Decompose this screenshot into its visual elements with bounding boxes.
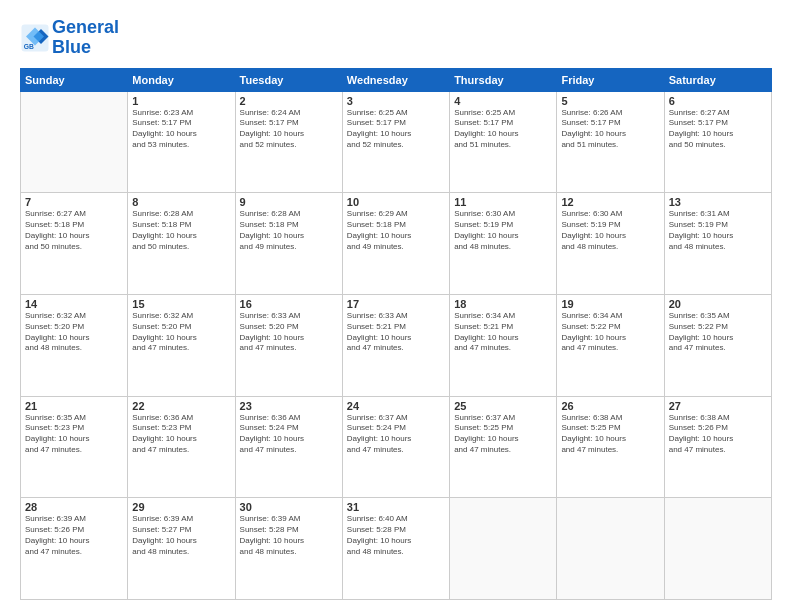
- calendar-cell: 24Sunrise: 6:37 AM Sunset: 5:24 PM Dayli…: [342, 396, 449, 498]
- day-info: Sunrise: 6:40 AM Sunset: 5:28 PM Dayligh…: [347, 514, 445, 557]
- day-number: 15: [132, 298, 230, 310]
- day-info: Sunrise: 6:34 AM Sunset: 5:22 PM Dayligh…: [561, 311, 659, 354]
- day-info: Sunrise: 6:28 AM Sunset: 5:18 PM Dayligh…: [132, 209, 230, 252]
- week-row-3: 21Sunrise: 6:35 AM Sunset: 5:23 PM Dayli…: [21, 396, 772, 498]
- day-number: 16: [240, 298, 338, 310]
- day-number: 7: [25, 196, 123, 208]
- day-info: Sunrise: 6:29 AM Sunset: 5:18 PM Dayligh…: [347, 209, 445, 252]
- page: GB General Blue SundayMondayTuesdayWedne…: [0, 0, 792, 612]
- calendar-cell: [21, 91, 128, 193]
- day-info: Sunrise: 6:38 AM Sunset: 5:25 PM Dayligh…: [561, 413, 659, 456]
- calendar-cell: 30Sunrise: 6:39 AM Sunset: 5:28 PM Dayli…: [235, 498, 342, 600]
- day-number: 11: [454, 196, 552, 208]
- calendar-cell: 13Sunrise: 6:31 AM Sunset: 5:19 PM Dayli…: [664, 193, 771, 295]
- week-row-1: 7Sunrise: 6:27 AM Sunset: 5:18 PM Daylig…: [21, 193, 772, 295]
- day-number: 4: [454, 95, 552, 107]
- week-row-2: 14Sunrise: 6:32 AM Sunset: 5:20 PM Dayli…: [21, 294, 772, 396]
- day-number: 17: [347, 298, 445, 310]
- day-info: Sunrise: 6:25 AM Sunset: 5:17 PM Dayligh…: [347, 108, 445, 151]
- calendar-cell: 21Sunrise: 6:35 AM Sunset: 5:23 PM Dayli…: [21, 396, 128, 498]
- day-number: 12: [561, 196, 659, 208]
- day-number: 23: [240, 400, 338, 412]
- day-number: 30: [240, 501, 338, 513]
- day-info: Sunrise: 6:39 AM Sunset: 5:28 PM Dayligh…: [240, 514, 338, 557]
- day-number: 26: [561, 400, 659, 412]
- svg-text:GB: GB: [24, 43, 34, 50]
- day-info: Sunrise: 6:32 AM Sunset: 5:20 PM Dayligh…: [25, 311, 123, 354]
- day-number: 18: [454, 298, 552, 310]
- calendar-cell: 12Sunrise: 6:30 AM Sunset: 5:19 PM Dayli…: [557, 193, 664, 295]
- day-number: 6: [669, 95, 767, 107]
- calendar-cell: 5Sunrise: 6:26 AM Sunset: 5:17 PM Daylig…: [557, 91, 664, 193]
- week-row-4: 28Sunrise: 6:39 AM Sunset: 5:26 PM Dayli…: [21, 498, 772, 600]
- calendar-table: SundayMondayTuesdayWednesdayThursdayFrid…: [20, 68, 772, 600]
- day-info: Sunrise: 6:38 AM Sunset: 5:26 PM Dayligh…: [669, 413, 767, 456]
- calendar-cell: 14Sunrise: 6:32 AM Sunset: 5:20 PM Dayli…: [21, 294, 128, 396]
- day-info: Sunrise: 6:39 AM Sunset: 5:26 PM Dayligh…: [25, 514, 123, 557]
- calendar-cell: 15Sunrise: 6:32 AM Sunset: 5:20 PM Dayli…: [128, 294, 235, 396]
- day-number: 19: [561, 298, 659, 310]
- weekday-header-monday: Monday: [128, 68, 235, 91]
- week-row-0: 1Sunrise: 6:23 AM Sunset: 5:17 PM Daylig…: [21, 91, 772, 193]
- calendar-cell: 11Sunrise: 6:30 AM Sunset: 5:19 PM Dayli…: [450, 193, 557, 295]
- day-number: 22: [132, 400, 230, 412]
- day-number: 10: [347, 196, 445, 208]
- calendar-cell: 7Sunrise: 6:27 AM Sunset: 5:18 PM Daylig…: [21, 193, 128, 295]
- calendar-cell: 10Sunrise: 6:29 AM Sunset: 5:18 PM Dayli…: [342, 193, 449, 295]
- calendar-cell: 9Sunrise: 6:28 AM Sunset: 5:18 PM Daylig…: [235, 193, 342, 295]
- weekday-header-wednesday: Wednesday: [342, 68, 449, 91]
- day-info: Sunrise: 6:30 AM Sunset: 5:19 PM Dayligh…: [454, 209, 552, 252]
- day-info: Sunrise: 6:36 AM Sunset: 5:23 PM Dayligh…: [132, 413, 230, 456]
- day-info: Sunrise: 6:30 AM Sunset: 5:19 PM Dayligh…: [561, 209, 659, 252]
- calendar-cell: [664, 498, 771, 600]
- day-info: Sunrise: 6:31 AM Sunset: 5:19 PM Dayligh…: [669, 209, 767, 252]
- day-number: 14: [25, 298, 123, 310]
- calendar-cell: [557, 498, 664, 600]
- day-info: Sunrise: 6:33 AM Sunset: 5:21 PM Dayligh…: [347, 311, 445, 354]
- day-info: Sunrise: 6:32 AM Sunset: 5:20 PM Dayligh…: [132, 311, 230, 354]
- day-info: Sunrise: 6:28 AM Sunset: 5:18 PM Dayligh…: [240, 209, 338, 252]
- day-info: Sunrise: 6:24 AM Sunset: 5:17 PM Dayligh…: [240, 108, 338, 151]
- calendar-cell: 25Sunrise: 6:37 AM Sunset: 5:25 PM Dayli…: [450, 396, 557, 498]
- calendar-cell: 31Sunrise: 6:40 AM Sunset: 5:28 PM Dayli…: [342, 498, 449, 600]
- calendar-cell: 23Sunrise: 6:36 AM Sunset: 5:24 PM Dayli…: [235, 396, 342, 498]
- day-number: 25: [454, 400, 552, 412]
- calendar-cell: 8Sunrise: 6:28 AM Sunset: 5:18 PM Daylig…: [128, 193, 235, 295]
- day-number: 8: [132, 196, 230, 208]
- day-info: Sunrise: 6:27 AM Sunset: 5:17 PM Dayligh…: [669, 108, 767, 151]
- day-info: Sunrise: 6:36 AM Sunset: 5:24 PM Dayligh…: [240, 413, 338, 456]
- day-info: Sunrise: 6:35 AM Sunset: 5:23 PM Dayligh…: [25, 413, 123, 456]
- weekday-header-saturday: Saturday: [664, 68, 771, 91]
- calendar-cell: 16Sunrise: 6:33 AM Sunset: 5:20 PM Dayli…: [235, 294, 342, 396]
- calendar-cell: 19Sunrise: 6:34 AM Sunset: 5:22 PM Dayli…: [557, 294, 664, 396]
- weekday-header-tuesday: Tuesday: [235, 68, 342, 91]
- day-number: 31: [347, 501, 445, 513]
- calendar-cell: 27Sunrise: 6:38 AM Sunset: 5:26 PM Dayli…: [664, 396, 771, 498]
- day-number: 1: [132, 95, 230, 107]
- day-number: 27: [669, 400, 767, 412]
- day-info: Sunrise: 6:27 AM Sunset: 5:18 PM Dayligh…: [25, 209, 123, 252]
- weekday-header-row: SundayMondayTuesdayWednesdayThursdayFrid…: [21, 68, 772, 91]
- day-info: Sunrise: 6:33 AM Sunset: 5:20 PM Dayligh…: [240, 311, 338, 354]
- day-info: Sunrise: 6:37 AM Sunset: 5:24 PM Dayligh…: [347, 413, 445, 456]
- calendar-cell: 1Sunrise: 6:23 AM Sunset: 5:17 PM Daylig…: [128, 91, 235, 193]
- day-number: 20: [669, 298, 767, 310]
- day-number: 21: [25, 400, 123, 412]
- calendar-cell: [450, 498, 557, 600]
- day-info: Sunrise: 6:26 AM Sunset: 5:17 PM Dayligh…: [561, 108, 659, 151]
- calendar-cell: 2Sunrise: 6:24 AM Sunset: 5:17 PM Daylig…: [235, 91, 342, 193]
- header: GB General Blue: [20, 18, 772, 58]
- day-number: 2: [240, 95, 338, 107]
- calendar-cell: 3Sunrise: 6:25 AM Sunset: 5:17 PM Daylig…: [342, 91, 449, 193]
- calendar-cell: 28Sunrise: 6:39 AM Sunset: 5:26 PM Dayli…: [21, 498, 128, 600]
- logo-text: General Blue: [52, 18, 119, 58]
- day-number: 29: [132, 501, 230, 513]
- calendar-cell: 18Sunrise: 6:34 AM Sunset: 5:21 PM Dayli…: [450, 294, 557, 396]
- day-info: Sunrise: 6:35 AM Sunset: 5:22 PM Dayligh…: [669, 311, 767, 354]
- calendar-cell: 4Sunrise: 6:25 AM Sunset: 5:17 PM Daylig…: [450, 91, 557, 193]
- day-number: 5: [561, 95, 659, 107]
- calendar-cell: 26Sunrise: 6:38 AM Sunset: 5:25 PM Dayli…: [557, 396, 664, 498]
- logo-icon: GB: [20, 23, 50, 53]
- day-number: 28: [25, 501, 123, 513]
- day-info: Sunrise: 6:37 AM Sunset: 5:25 PM Dayligh…: [454, 413, 552, 456]
